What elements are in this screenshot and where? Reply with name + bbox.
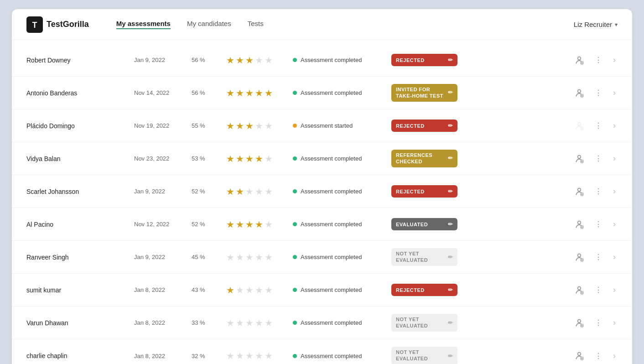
edit-icon[interactable]: ✏ bbox=[448, 286, 453, 293]
candidate-name: sumit kumar bbox=[26, 286, 127, 294]
view-detail-button[interactable]: › bbox=[611, 283, 618, 296]
user-name: Liz Recruiter bbox=[574, 21, 612, 28]
candidate-score: 52 % bbox=[192, 188, 219, 195]
user-icon bbox=[575, 121, 584, 130]
status-badge[interactable]: NOT YETEVALUATED✏ bbox=[391, 314, 457, 332]
empty-star-icon: ★ bbox=[226, 350, 234, 361]
edit-icon[interactable]: ✏ bbox=[448, 188, 453, 195]
edit-icon[interactable]: ✏ bbox=[448, 122, 453, 129]
edit-icon[interactable]: ✏ bbox=[448, 319, 453, 326]
status-badge[interactable]: REJECTED✏ bbox=[391, 120, 457, 132]
nav-my-candidates[interactable]: My candidates bbox=[187, 20, 231, 29]
view-detail-button[interactable]: › bbox=[611, 349, 618, 363]
edit-icon[interactable]: ✏ bbox=[448, 221, 453, 228]
row-actions: ⋮› bbox=[573, 53, 618, 67]
badge-label: INVITED FORTAKE-HOME TEST bbox=[396, 87, 443, 99]
logo-text: TestGorilla bbox=[47, 20, 89, 29]
table-row: charlie chaplinJan 8, 202232 %★★★★★Asses… bbox=[12, 339, 632, 364]
assign-user-button[interactable] bbox=[573, 152, 586, 165]
more-options-button[interactable]: ⋮ bbox=[593, 120, 604, 132]
svg-point-22 bbox=[578, 221, 581, 224]
user-icon bbox=[575, 56, 584, 65]
candidate-stars: ★★★★★ bbox=[226, 153, 286, 164]
status-dot bbox=[293, 189, 297, 193]
badge-label: NOT YETEVALUATED bbox=[396, 317, 428, 329]
table-row: sumit kumarJan 8, 202243 %★★★★★Assessmen… bbox=[12, 274, 632, 307]
nav-tests[interactable]: Tests bbox=[248, 20, 264, 29]
badge-label: REJECTED bbox=[396, 57, 425, 63]
status-badge[interactable]: EVALUATED✏ bbox=[391, 218, 457, 230]
edit-icon[interactable]: ✏ bbox=[448, 57, 453, 63]
nav-my-assessments[interactable]: My assessments bbox=[116, 20, 171, 29]
assign-user-button[interactable] bbox=[573, 54, 586, 67]
candidate-name: Al Pacino bbox=[26, 221, 127, 228]
filled-star-icon: ★ bbox=[245, 153, 254, 164]
candidate-stars: ★★★★★ bbox=[226, 88, 286, 99]
row-actions: ⋮› bbox=[573, 316, 618, 329]
filled-star-icon: ★ bbox=[226, 186, 234, 197]
status-badge[interactable]: REJECTED✏ bbox=[391, 185, 457, 198]
more-options-button[interactable]: ⋮ bbox=[593, 317, 604, 329]
candidate-name: Robert Downey bbox=[26, 57, 127, 64]
status-text: Assessment completed bbox=[301, 254, 362, 260]
status-badge[interactable]: REFERENCESCHECKED✏ bbox=[391, 150, 457, 168]
candidate-date: Jan 9, 2022 bbox=[134, 188, 184, 195]
view-detail-button[interactable]: › bbox=[611, 86, 618, 99]
assign-user-button[interactable] bbox=[573, 185, 586, 198]
empty-star-icon: ★ bbox=[236, 285, 244, 296]
candidate-name: Scarlet Johansson bbox=[26, 188, 127, 195]
view-detail-button[interactable]: › bbox=[611, 218, 618, 231]
table-row: Scarlet JohanssonJan 9, 202252 %★★★★★Ass… bbox=[12, 175, 632, 208]
chevron-down-icon: ▾ bbox=[615, 21, 618, 28]
status-dot bbox=[293, 124, 297, 128]
empty-star-icon: ★ bbox=[265, 153, 273, 164]
view-detail-button[interactable]: › bbox=[611, 250, 618, 264]
status-badge[interactable]: REJECTED✏ bbox=[391, 54, 457, 66]
status-badge[interactable]: INVITED FORTAKE-HOME TEST✏ bbox=[391, 84, 457, 102]
view-detail-button[interactable]: › bbox=[611, 152, 618, 165]
empty-star-icon: ★ bbox=[226, 252, 234, 263]
svg-point-30 bbox=[578, 286, 581, 290]
edit-icon[interactable]: ✏ bbox=[448, 254, 453, 260]
more-options-button[interactable]: ⋮ bbox=[593, 185, 604, 198]
logo[interactable]: T TestGorilla bbox=[26, 16, 89, 33]
assign-user-button[interactable] bbox=[573, 317, 586, 329]
edit-icon[interactable]: ✏ bbox=[448, 353, 453, 359]
more-options-button[interactable]: ⋮ bbox=[593, 152, 604, 165]
assign-user-button bbox=[573, 120, 586, 132]
assign-user-button[interactable] bbox=[573, 87, 586, 99]
status-dot bbox=[293, 222, 297, 226]
user-icon bbox=[575, 88, 584, 98]
empty-star-icon: ★ bbox=[255, 120, 263, 131]
more-options-button[interactable]: ⋮ bbox=[593, 350, 604, 362]
assign-user-button[interactable] bbox=[573, 349, 586, 362]
table-row: Vidya BalanNov 23, 202253 %★★★★★Assessme… bbox=[12, 142, 632, 175]
more-options-button[interactable]: ⋮ bbox=[593, 284, 604, 296]
status-text: Assessment completed bbox=[301, 286, 362, 293]
view-detail-button[interactable]: › bbox=[611, 316, 618, 329]
status-badge[interactable]: NOT YETEVALUATED✏ bbox=[391, 248, 457, 266]
more-options-button[interactable]: ⋮ bbox=[593, 54, 604, 66]
assign-user-button[interactable] bbox=[573, 284, 586, 296]
filled-star-icon: ★ bbox=[236, 120, 244, 131]
filled-star-icon: ★ bbox=[236, 55, 244, 66]
status-dot bbox=[293, 288, 297, 292]
nav-items: My assessments My candidates Tests bbox=[116, 20, 556, 29]
more-options-button[interactable]: ⋮ bbox=[593, 251, 604, 263]
user-menu[interactable]: Liz Recruiter ▾ bbox=[574, 21, 618, 28]
view-detail-button[interactable]: › bbox=[611, 119, 618, 132]
view-detail-button[interactable]: › bbox=[611, 185, 618, 198]
status-badge[interactable]: REJECTED✏ bbox=[391, 284, 457, 296]
more-options-button[interactable]: ⋮ bbox=[593, 87, 604, 99]
view-detail-button[interactable]: › bbox=[611, 53, 618, 67]
svg-point-6 bbox=[578, 89, 581, 93]
filled-star-icon: ★ bbox=[255, 219, 263, 230]
edit-icon[interactable]: ✏ bbox=[448, 155, 453, 162]
more-options-button[interactable]: ⋮ bbox=[593, 218, 604, 230]
edit-icon[interactable]: ✏ bbox=[448, 89, 453, 97]
status-badge[interactable]: NOT YETEVALUATED✏ bbox=[391, 347, 457, 364]
candidate-score: 32 % bbox=[192, 353, 219, 359]
status-dot bbox=[293, 156, 297, 161]
assign-user-button[interactable] bbox=[573, 251, 586, 264]
assign-user-button[interactable] bbox=[573, 218, 586, 231]
